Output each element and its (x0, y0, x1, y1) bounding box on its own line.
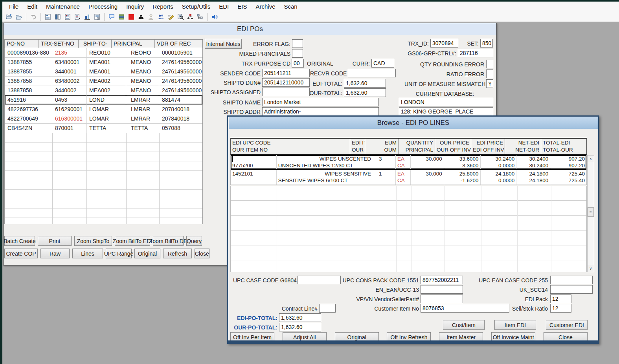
upc-ean-case-code-field[interactable] (550, 276, 593, 284)
undo-icon[interactable] (29, 13, 38, 21)
menu-item[interactable]: File (5, 2, 23, 12)
menu-item[interactable]: Inquiry (122, 2, 148, 12)
list-select-icon[interactable] (93, 13, 101, 21)
trx-purpose-cd-field[interactable] (292, 59, 304, 68)
edi-po-total-field[interactable] (279, 313, 321, 322)
po-table: PO-NOTRX-SET-NOSHIP-TO-CUS#PRINCIPALVDR … (4, 39, 203, 133)
gs06-grp-ctrl-field[interactable] (458, 49, 493, 57)
form-detail-icon[interactable] (44, 13, 52, 21)
error-flag-field[interactable] (292, 39, 303, 48)
recvr-code-field[interactable] (348, 69, 396, 77)
lines-table-row[interactable]: 1452101 WIPES SENSITIVE1 SENSITIVE WIPES… (231, 170, 586, 185)
po-table-row[interactable]: 451916 0453 LOND LMRAR 881474 (5, 95, 202, 105)
menu-item[interactable]: Setup/Utils (178, 2, 215, 12)
scroll-down-arrow[interactable]: ∨ (588, 265, 594, 272)
upc-case-code-field[interactable] (298, 276, 341, 284)
contract-line-field[interactable] (319, 304, 336, 313)
po-button[interactable]: Zoom BillTo EDI (115, 236, 150, 246)
search-document-icon[interactable] (176, 13, 185, 21)
trx-id-field[interactable] (430, 39, 458, 48)
browse-button[interactable]: Cust/Item (443, 320, 485, 330)
po-button[interactable]: Print (38, 236, 72, 246)
sell-stck-ratio-field[interactable] (550, 304, 571, 313)
po-button[interactable]: Raw (40, 249, 70, 258)
users-icon[interactable] (156, 13, 165, 21)
mixed-principals-field[interactable] (292, 49, 303, 58)
shipto-assigned-label: SHIPTO ASSIGNED (192, 89, 261, 95)
set-field[interactable] (480, 39, 493, 48)
po-button[interactable]: Close (195, 249, 209, 258)
list-detail-icon[interactable] (63, 13, 72, 21)
open-folder-icon[interactable] (15, 13, 23, 21)
current-database-name-field[interactable] (399, 98, 493, 106)
form-next-icon[interactable] (73, 13, 82, 21)
po-button[interactable]: UPC Range (106, 249, 132, 258)
po-button[interactable]: Create COP (4, 249, 38, 258)
shipto-dun-field[interactable] (262, 78, 310, 87)
po-window-titlebar[interactable]: EDI POs (4, 23, 496, 35)
descr-cell: WIPES SENSITIVE1 SENSITIVE WIPES 6/100 C… (277, 170, 396, 185)
po-button[interactable]: Query (186, 236, 202, 246)
browse-button[interactable]: Item EDI (494, 320, 536, 330)
stacked-list-icon[interactable] (117, 13, 126, 21)
po-table-row[interactable]: 4822700649 616300001 LOMAR LMRAR 2078400… (5, 114, 202, 124)
current-database-addr-field[interactable] (399, 107, 493, 116)
edi-pack-field[interactable] (550, 294, 571, 303)
po-button[interactable]: Zoom ShipTo (74, 236, 112, 246)
edit-notes-icon[interactable] (166, 13, 175, 21)
po-table-row[interactable]: CB4S4ZN 870001 TETTA TETTA 057088 (5, 124, 202, 133)
speaker-icon[interactable] (210, 13, 219, 21)
menu-item[interactable]: EDI (215, 2, 233, 12)
column-view-icon[interactable] (53, 13, 62, 21)
menu-item[interactable]: Maintenance (42, 2, 84, 12)
po-table-row[interactable]: 13887855 3440001 MEA001 MEANO 2476149560… (5, 67, 202, 77)
menu-item[interactable]: Reports (148, 2, 178, 12)
hierarchy-icon[interactable] (196, 13, 204, 21)
upc-cons-pack-code-field[interactable] (421, 276, 463, 284)
person-icon[interactable] (147, 13, 155, 21)
our-po-total-field[interactable] (279, 323, 321, 331)
ratio-error-field[interactable] (486, 70, 493, 78)
menu-item[interactable]: Scan (279, 2, 301, 12)
browse-button[interactable]: Customer EDI (546, 320, 588, 330)
shipto-assigned-field[interactable] (262, 88, 310, 96)
shipto-name-field[interactable] (262, 98, 379, 106)
comment-icon[interactable] (107, 13, 116, 21)
menu-item[interactable]: Edit (23, 2, 42, 12)
qty-rounding-error-field[interactable] (486, 60, 493, 68)
edi-total-field[interactable] (344, 79, 386, 88)
open-file-icon[interactable] (5, 13, 13, 21)
stop-icon[interactable] (127, 13, 136, 21)
uk-scc14-field[interactable] (550, 285, 593, 294)
phone-icon[interactable] (137, 13, 145, 21)
our-total-field[interactable] (344, 88, 386, 97)
menu-item[interactable]: Processing (84, 2, 122, 12)
sender-code-field[interactable] (262, 69, 310, 77)
po-table-row[interactable]: 13887858 3440002 MEA002 MEANO 2476149560… (5, 86, 202, 95)
scroll-thumb[interactable]: ≡ (588, 207, 594, 217)
customer-item-no-field[interactable] (421, 304, 509, 313)
po-button[interactable]: Lines (72, 249, 103, 258)
po-button[interactable]: Zoom BillTo DB (153, 236, 184, 246)
internal-notes-button[interactable]: Internal Notes (205, 39, 242, 49)
po-table-row[interactable]: 4822697736 616290001 LOMAR LMRAR 2078400… (5, 105, 202, 114)
uom-mismatch-field[interactable] (486, 79, 493, 88)
vp-vn-part-field[interactable] (421, 294, 463, 303)
en-ean-ucc13-field[interactable] (421, 285, 463, 294)
po-button[interactable]: Refresh (163, 249, 192, 258)
po-table-row[interactable]: 13887858 63480002 MEA002 MEANO 247614956… (5, 77, 202, 86)
lines-table-row[interactable]: 9775200 WIPES UNSCENTED3 UNSCENTED WIPES… (231, 155, 586, 170)
lines-scrollbar[interactable]: ∧ ≡ ∨ (587, 155, 594, 272)
shipto-addr-field[interactable] (262, 107, 379, 116)
po-button[interactable]: Original (134, 249, 160, 258)
menu-item[interactable]: Archive (251, 2, 279, 12)
menu-item[interactable]: EIS (233, 2, 251, 12)
po-button[interactable]: Batch Create (4, 236, 35, 246)
browse-window-titlebar[interactable]: Browse - EDI PO LINES (229, 117, 598, 129)
scroll-up-arrow[interactable]: ∧ (588, 155, 594, 162)
curr-field[interactable] (371, 59, 394, 68)
po-table-row[interactable]: 13887855 63480001 MEA001 MEANO 247614956… (5, 58, 202, 67)
bar-chart-icon[interactable] (83, 13, 92, 21)
org-chart-icon[interactable] (186, 13, 195, 21)
po-table-row[interactable]: 0000890136-880 2135 REO010 REOHO 0000105… (5, 48, 202, 58)
